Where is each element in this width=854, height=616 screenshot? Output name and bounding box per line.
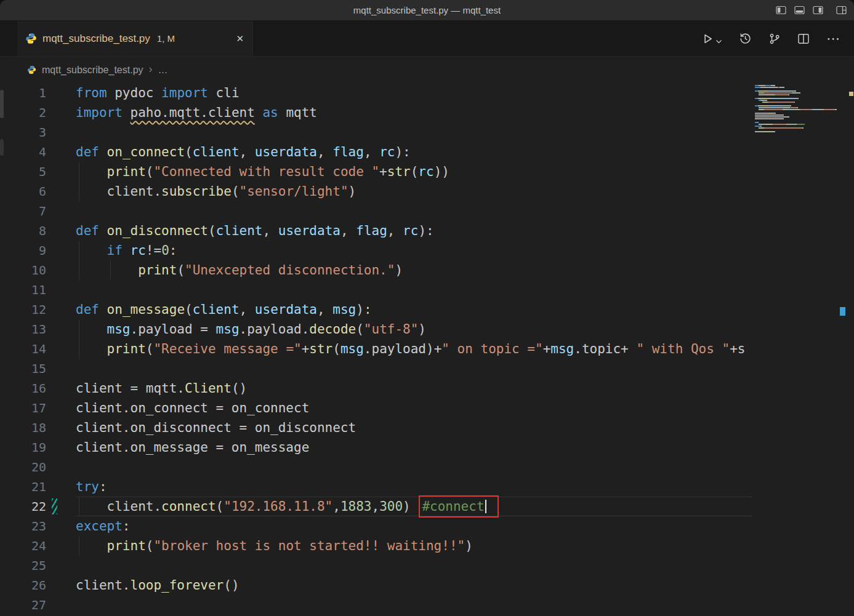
- gutter: [46, 398, 76, 418]
- code-text[interactable]: except:: [76, 516, 752, 536]
- line-number: 26: [0, 575, 46, 595]
- code-line[interactable]: 19client.on_message = on_message: [0, 438, 752, 457]
- code-line[interactable]: 4def on_connect(client, userdata, flag, …: [0, 142, 752, 162]
- overview-ruler[interactable]: [850, 83, 854, 616]
- code-text[interactable]: def on_connect(client, userdata, flag, r…: [76, 142, 752, 162]
- code-text[interactable]: print("Receive message ="+str(msg.payloa…: [76, 339, 752, 359]
- line-number: 7: [0, 201, 46, 221]
- code-text[interactable]: client.on_connect = on_connect: [76, 398, 752, 418]
- code-line[interactable]: 25: [0, 556, 752, 575]
- code-line[interactable]: 7: [0, 201, 752, 221]
- code-text[interactable]: if rc!=0:: [76, 241, 752, 260]
- chevron-down-icon[interactable]: [715, 38, 722, 45]
- python-file-icon: [25, 33, 37, 44]
- code-line[interactable]: 10 print("Unexcepted disconnection."): [0, 260, 752, 280]
- more-actions-icon[interactable]: ⋯: [826, 31, 840, 47]
- code-line[interactable]: 22 client.connect("192.168.11.8",1883,30…: [0, 497, 752, 516]
- code-text[interactable]: [76, 201, 752, 221]
- toggle-panel-icon[interactable]: [794, 6, 805, 15]
- code-line[interactable]: 12def on_message(client, userdata, msg):: [0, 300, 752, 319]
- code-text[interactable]: [76, 457, 752, 477]
- code-line[interactable]: 18client.on_disconnect = on_disconnect: [0, 418, 752, 438]
- code-line[interactable]: 23except:: [0, 516, 752, 536]
- code-text[interactable]: print("broker host is not started!! wait…: [76, 536, 752, 556]
- tab-mqtt-subscribe-test[interactable]: mqtt_subscribe_test.py 1, M ✕: [17, 21, 253, 56]
- customize-layout-icon[interactable]: [836, 6, 847, 15]
- code-text[interactable]: client.subscribe("sensor/light"): [76, 182, 752, 201]
- code-text[interactable]: [76, 280, 752, 300]
- code-text[interactable]: [76, 359, 752, 378]
- code-line[interactable]: 27: [0, 595, 752, 615]
- code-text[interactable]: from pydoc import cli: [76, 83, 752, 103]
- code-text[interactable]: client.on_disconnect = on_disconnect: [76, 418, 752, 438]
- code-line[interactable]: 15: [0, 359, 752, 378]
- minimap-line: [755, 103, 850, 105]
- code-line[interactable]: 14 print("Receive message ="+str(msg.pay…: [0, 339, 752, 359]
- minimap-line: [755, 98, 850, 99]
- annotation-box: #connect: [419, 495, 498, 518]
- editor-pane[interactable]: 1from pydoc import cli2import paho.mqtt.…: [0, 83, 854, 616]
- line-number: 16: [0, 378, 46, 398]
- code-text[interactable]: [76, 122, 752, 142]
- code-line[interactable]: 1from pydoc import cli: [0, 83, 752, 103]
- line-number: 9: [0, 241, 46, 260]
- ruler-warning-marker: [849, 92, 853, 96]
- indent-guide: [79, 260, 79, 280]
- code-line[interactable]: 9 if rc!=0:: [0, 241, 752, 260]
- gutter: [46, 339, 76, 359]
- code-lines[interactable]: 1from pydoc import cli2import paho.mqtt.…: [0, 83, 752, 616]
- line-number: 23: [0, 516, 46, 536]
- code-text[interactable]: try:: [76, 477, 752, 497]
- open-changes-icon[interactable]: [768, 33, 781, 45]
- code-text[interactable]: client.on_message = on_message: [76, 438, 752, 457]
- line-number: 24: [0, 536, 46, 556]
- toggle-secondary-sidebar-icon[interactable]: [813, 6, 823, 15]
- code-line[interactable]: 8def on_disconnect(client, userdata, fla…: [0, 221, 752, 241]
- line-number: 22: [0, 497, 46, 516]
- code-line[interactable]: 13 msg.payload = msg.payload.decode("utf…: [0, 319, 752, 339]
- code-text[interactable]: client.loop_forever(): [76, 575, 752, 595]
- minimap-line: [755, 118, 850, 119]
- breadcrumb: mqtt_subscribe_test.py › …: [0, 57, 854, 83]
- code-line[interactable]: 2import paho.mqtt.client as mqtt: [0, 103, 752, 122]
- window-titlebar[interactable]: mqtt_subscribe_test.py — mqtt_test: [0, 0, 854, 21]
- indent-guide: [79, 497, 79, 516]
- gutter: [46, 536, 76, 556]
- code-text[interactable]: msg.payload = msg.payload.decode("utf-8"…: [76, 319, 752, 339]
- code-text[interactable]: print("Unexcepted disconnection."): [76, 260, 752, 280]
- code-text[interactable]: client.connect("192.168.11.8",1883,300) …: [76, 497, 752, 516]
- run-icon: [701, 33, 714, 45]
- breadcrumb-symbol-ellipsis[interactable]: …: [158, 65, 168, 76]
- timeline-history-icon[interactable]: [739, 32, 752, 45]
- line-number: 14: [0, 339, 46, 359]
- code-text[interactable]: print("Connected with result code "+str(…: [76, 162, 752, 182]
- gutter: [46, 497, 76, 516]
- code-line[interactable]: 11: [0, 280, 752, 300]
- breadcrumb-file[interactable]: mqtt_subscribe_test.py: [42, 65, 143, 76]
- line-number: 1: [0, 83, 46, 103]
- line-number: 15: [0, 359, 46, 378]
- code-line[interactable]: 16client = mqtt.Client(): [0, 378, 752, 398]
- code-text[interactable]: client = mqtt.Client(): [76, 378, 752, 398]
- code-line[interactable]: 21try:: [0, 477, 752, 497]
- code-text[interactable]: [76, 595, 752, 615]
- gutter: [46, 556, 76, 575]
- tab-close-icon[interactable]: ✕: [236, 34, 244, 43]
- code-text[interactable]: def on_message(client, userdata, msg):: [76, 300, 752, 319]
- code-line[interactable]: 24 print("broker host is not started!! w…: [0, 536, 752, 556]
- gutter: [46, 162, 76, 182]
- code-text[interactable]: import paho.mqtt.client as mqtt: [76, 103, 752, 122]
- minimap[interactable]: [752, 83, 850, 616]
- code-line[interactable]: 17client.on_connect = on_connect: [0, 398, 752, 418]
- code-text[interactable]: def on_disconnect(client, userdata, flag…: [76, 221, 752, 241]
- gutter: [46, 300, 76, 319]
- toggle-primary-sidebar-icon[interactable]: [776, 6, 786, 15]
- code-line[interactable]: 20: [0, 457, 752, 477]
- code-line[interactable]: 5 print("Connected with result code "+st…: [0, 162, 752, 182]
- run-python-file-button[interactable]: [701, 33, 722, 45]
- code-line[interactable]: 3: [0, 122, 752, 142]
- code-line[interactable]: 6 client.subscribe("sensor/light"): [0, 182, 752, 201]
- split-editor-icon[interactable]: [797, 33, 810, 45]
- code-line[interactable]: 26client.loop_forever(): [0, 575, 752, 595]
- code-text[interactable]: [76, 556, 752, 575]
